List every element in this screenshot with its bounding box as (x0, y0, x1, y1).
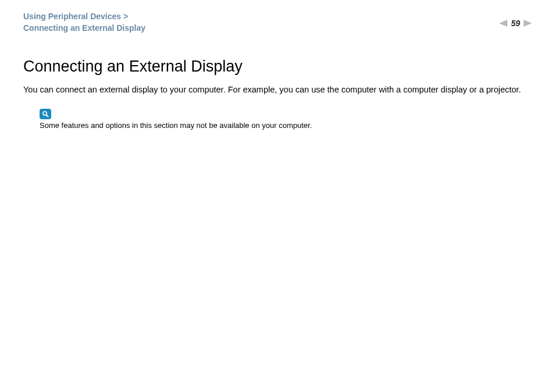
breadcrumb-separator: > (123, 12, 128, 21)
page-number: 59 (511, 19, 520, 28)
magnifier-icon (40, 109, 51, 119)
next-page-arrow-icon[interactable] (524, 20, 532, 27)
breadcrumb-parent: Using Peripheral Devices (23, 12, 121, 21)
note-block: Some features and options in this sectio… (40, 109, 532, 131)
breadcrumb: Using Peripheral Devices > Connecting an… (23, 10, 145, 34)
breadcrumb-current: Connecting an External Display (23, 23, 145, 33)
prev-page-arrow-icon[interactable] (499, 20, 507, 27)
page-title: Connecting an External Display (23, 58, 532, 76)
pager: 59 (499, 19, 532, 28)
svg-line-3 (46, 115, 48, 116)
note-text: Some features and options in this sectio… (40, 120, 532, 131)
content-area: Connecting an External Display You can c… (0, 40, 555, 131)
svg-marker-0 (499, 20, 507, 27)
page-header: Using Peripheral Devices > Connecting an… (0, 0, 555, 40)
svg-marker-1 (524, 20, 532, 27)
intro-paragraph: You can connect an external display to y… (23, 84, 532, 96)
